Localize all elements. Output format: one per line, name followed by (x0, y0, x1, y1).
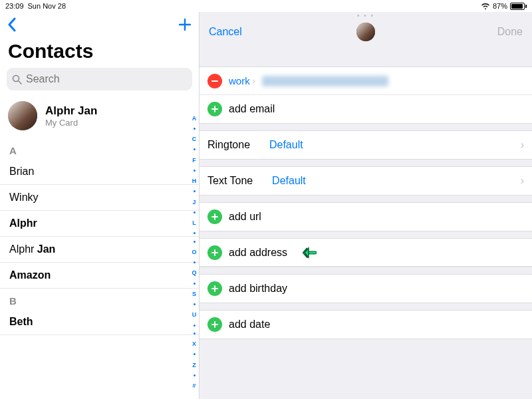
index-char[interactable] (194, 261, 196, 263)
text-tone-row[interactable]: Text Tone Default › (200, 167, 532, 195)
contact-avatar[interactable] (356, 23, 375, 41)
contact-row[interactable]: Amazon (0, 263, 199, 289)
index-char[interactable] (194, 232, 196, 234)
add-address-row[interactable]: add address (200, 239, 532, 267)
add-icon (207, 209, 222, 224)
index-char[interactable] (194, 128, 196, 130)
contacts-sidebar: Contacts Alphr Jan My Card ABrianWinkyAl… (0, 12, 200, 399)
chevron-right-icon: › (521, 175, 524, 187)
ringtone-row[interactable]: Ringtone Default › (200, 131, 532, 159)
status-date: Sun Nov 28 (28, 2, 66, 10)
section-header: A (0, 138, 199, 159)
grabber-icon: • • • (200, 12, 532, 19)
search-input[interactable] (26, 73, 187, 85)
remove-email-button[interactable] (207, 74, 222, 88)
back-button[interactable] (7, 17, 17, 32)
contacts-list: ABrianWinkyAlphrAlphr JanAmazonBBeth (0, 138, 199, 399)
index-char[interactable]: Q (192, 269, 196, 276)
contact-row[interactable]: Beth (0, 309, 199, 335)
battery-icon (510, 3, 527, 10)
email-value[interactable] (262, 76, 388, 86)
contact-row[interactable]: Alphr Jan (0, 237, 199, 263)
index-char[interactable]: Z (192, 362, 196, 368)
index-char[interactable] (194, 190, 196, 192)
index-char[interactable] (194, 241, 196, 243)
add-icon (207, 281, 222, 296)
chevron-right-icon: › (521, 139, 524, 151)
index-char[interactable] (194, 170, 196, 172)
add-birthday-row[interactable]: add birthday (200, 275, 532, 303)
done-button[interactable]: Done (497, 26, 523, 38)
index-char[interactable] (194, 353, 196, 355)
index-char[interactable]: U (192, 311, 197, 318)
avatar (8, 101, 37, 130)
section-header: B (0, 289, 199, 309)
add-icon (207, 317, 222, 332)
index-strip[interactable]: ACFHJLOQSUXZ# (190, 112, 198, 392)
contact-row[interactable]: Brian (0, 159, 199, 185)
index-char[interactable]: O (192, 249, 196, 255)
my-card-name: Alphr Jan (45, 104, 97, 118)
svg-point-0 (13, 75, 19, 81)
add-url-row[interactable]: add url (200, 203, 532, 231)
index-char[interactable]: # (192, 382, 196, 389)
index-char[interactable]: L (192, 219, 196, 226)
index-char[interactable] (194, 148, 196, 150)
add-contact-button[interactable] (178, 17, 192, 32)
search-icon (12, 74, 22, 84)
add-email-row[interactable]: add email (200, 95, 532, 123)
my-card-sub: My Card (45, 118, 97, 128)
index-char[interactable] (194, 332, 196, 334)
index-char[interactable]: X (192, 340, 196, 347)
edit-contact-pane: • • • Cancel Done work › (200, 12, 532, 399)
index-char[interactable]: F (192, 157, 196, 164)
email-type-button[interactable]: work › (229, 75, 255, 86)
email-work-row[interactable]: work › (200, 67, 532, 95)
index-char[interactable]: S (192, 291, 196, 297)
battery-pct: 87% (493, 2, 507, 10)
wifi-icon (481, 2, 490, 11)
my-card-row[interactable]: Alphr Jan My Card (0, 97, 199, 138)
status-bar: 23:09 Sun Nov 28 87% (0, 0, 532, 12)
cancel-button[interactable]: Cancel (209, 26, 242, 38)
index-char[interactable]: A (192, 115, 197, 122)
index-char[interactable]: H (192, 178, 197, 184)
chevron-right-icon: › (253, 76, 255, 86)
index-char[interactable] (194, 283, 196, 285)
index-char[interactable] (194, 211, 196, 213)
index-char[interactable] (194, 303, 196, 305)
search-field[interactable] (7, 68, 192, 90)
add-icon (207, 245, 222, 260)
add-icon (207, 102, 222, 116)
contact-row[interactable]: Winky (0, 185, 199, 211)
index-char[interactable]: J (192, 199, 196, 205)
page-title: Contacts (0, 37, 199, 68)
index-char[interactable] (194, 374, 196, 376)
index-char[interactable]: C (192, 136, 197, 142)
add-date-row[interactable]: add date (200, 311, 532, 338)
status-time: 23:09 (5, 2, 24, 10)
index-char[interactable] (194, 325, 196, 327)
contact-row[interactable]: Alphr (0, 211, 199, 237)
